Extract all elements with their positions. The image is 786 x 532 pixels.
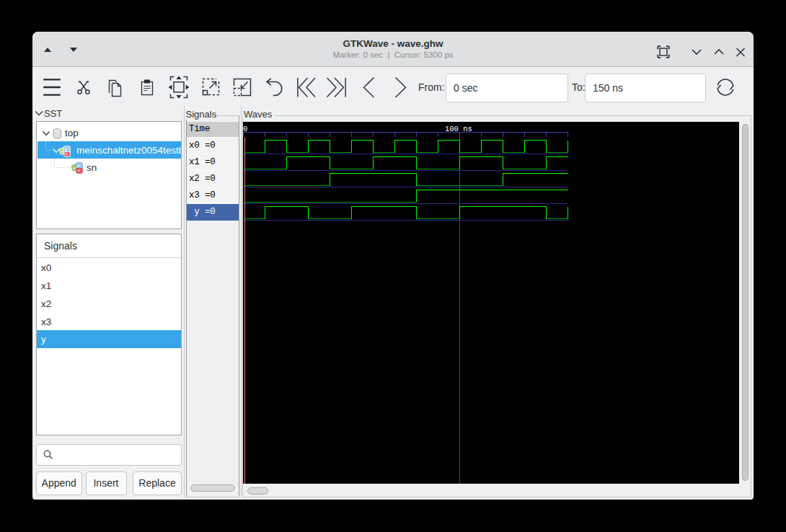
svg-text:0: 0 xyxy=(243,125,247,133)
svg-text:100 ns: 100 ns xyxy=(445,125,472,133)
